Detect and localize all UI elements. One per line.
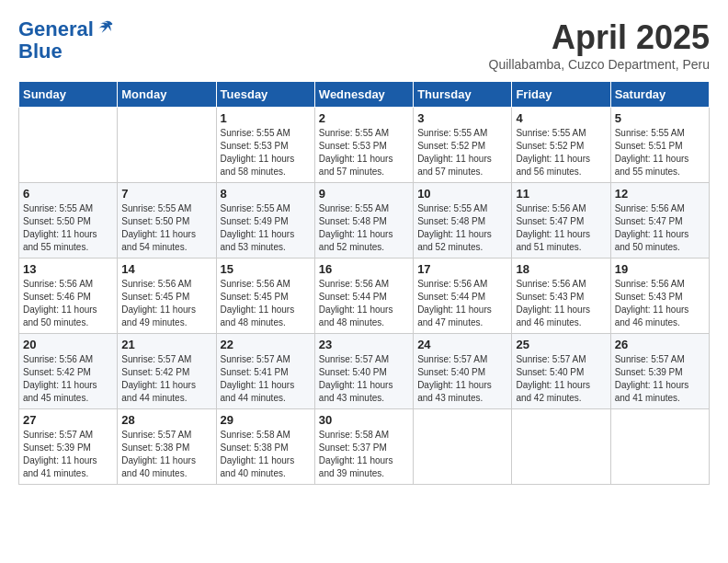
calendar-cell: 8Sunrise: 5:55 AM Sunset: 5:49 PM Daylig…	[216, 183, 314, 259]
day-of-week-header: Wednesday	[314, 82, 413, 108]
logo-general: General	[18, 17, 94, 40]
day-number: 12	[615, 187, 705, 201]
day-info: Sunrise: 5:55 AM Sunset: 5:53 PM Dayligh…	[221, 127, 311, 178]
day-info: Sunrise: 5:56 AM Sunset: 5:47 PM Dayligh…	[516, 202, 606, 254]
day-info: Sunrise: 5:57 AM Sunset: 5:40 PM Dayligh…	[516, 353, 606, 405]
page-header: General Blue April 2025 Quillabamba, Cuz…	[18, 18, 710, 72]
day-number: 6	[23, 187, 113, 201]
day-number: 14	[121, 262, 211, 276]
calendar-cell: 1Sunrise: 5:55 AM Sunset: 5:53 PM Daylig…	[216, 108, 314, 183]
day-number: 19	[615, 262, 705, 276]
calendar-cell: 30Sunrise: 5:58 AM Sunset: 5:37 PM Dayli…	[314, 409, 413, 485]
calendar-cell: 5Sunrise: 5:55 AM Sunset: 5:51 PM Daylig…	[610, 108, 709, 183]
day-info: Sunrise: 5:56 AM Sunset: 5:43 PM Dayligh…	[615, 278, 705, 329]
day-info: Sunrise: 5:56 AM Sunset: 5:46 PM Dayligh…	[23, 278, 113, 329]
day-info: Sunrise: 5:56 AM Sunset: 5:42 PM Dayligh…	[23, 353, 113, 405]
day-info: Sunrise: 5:55 AM Sunset: 5:48 PM Dayligh…	[417, 202, 507, 254]
calendar-cell: 20Sunrise: 5:56 AM Sunset: 5:42 PM Dayli…	[19, 334, 118, 409]
day-number: 8	[221, 187, 311, 201]
day-info: Sunrise: 5:56 AM Sunset: 5:45 PM Dayligh…	[221, 278, 311, 329]
calendar-cell: 27Sunrise: 5:57 AM Sunset: 5:39 PM Dayli…	[19, 409, 118, 485]
calendar-cell: 19Sunrise: 5:56 AM Sunset: 5:43 PM Dayli…	[610, 259, 709, 334]
calendar-cell: 17Sunrise: 5:56 AM Sunset: 5:44 PM Dayli…	[414, 259, 512, 334]
day-info: Sunrise: 5:58 AM Sunset: 5:37 PM Dayligh…	[319, 429, 409, 480]
day-number: 25	[516, 338, 606, 351]
day-number: 22	[221, 338, 311, 351]
day-number: 28	[121, 413, 211, 427]
day-number: 23	[319, 338, 409, 351]
day-number: 4	[516, 111, 606, 125]
calendar-cell: 18Sunrise: 5:56 AM Sunset: 5:43 PM Dayli…	[512, 259, 610, 334]
day-number: 1	[221, 111, 311, 125]
day-info: Sunrise: 5:57 AM Sunset: 5:42 PM Dayligh…	[121, 353, 211, 405]
day-of-week-header: Sunday	[19, 82, 118, 108]
day-info: Sunrise: 5:58 AM Sunset: 5:38 PM Dayligh…	[221, 429, 311, 480]
logo: General Blue	[18, 18, 114, 63]
month-title: April 2025	[489, 18, 710, 57]
day-number: 3	[417, 111, 507, 125]
day-info: Sunrise: 5:56 AM Sunset: 5:45 PM Dayligh…	[121, 278, 211, 329]
day-info: Sunrise: 5:57 AM Sunset: 5:41 PM Dayligh…	[221, 353, 311, 405]
calendar-cell: 3Sunrise: 5:55 AM Sunset: 5:52 PM Daylig…	[414, 108, 512, 183]
calendar-cell: 10Sunrise: 5:55 AM Sunset: 5:48 PM Dayli…	[414, 183, 512, 259]
day-of-week-header: Monday	[118, 82, 216, 108]
day-info: Sunrise: 5:57 AM Sunset: 5:38 PM Dayligh…	[121, 429, 211, 480]
calendar-cell	[610, 409, 709, 485]
calendar-cell	[512, 409, 610, 485]
calendar-cell: 9Sunrise: 5:55 AM Sunset: 5:48 PM Daylig…	[314, 183, 413, 259]
day-number: 20	[23, 338, 113, 351]
calendar-cell	[414, 409, 512, 485]
calendar-cell: 23Sunrise: 5:57 AM Sunset: 5:40 PM Dayli…	[314, 334, 413, 409]
day-info: Sunrise: 5:55 AM Sunset: 5:52 PM Dayligh…	[516, 127, 606, 178]
day-number: 24	[417, 338, 507, 351]
day-number: 15	[221, 262, 311, 276]
day-number: 16	[319, 262, 409, 276]
day-number: 9	[319, 187, 409, 201]
location: Quillabamba, Cuzco Department, Peru	[489, 57, 710, 72]
calendar-cell: 24Sunrise: 5:57 AM Sunset: 5:40 PM Dayli…	[414, 334, 512, 409]
calendar-cell: 7Sunrise: 5:55 AM Sunset: 5:50 PM Daylig…	[118, 183, 216, 259]
day-number: 26	[615, 338, 705, 351]
day-info: Sunrise: 5:55 AM Sunset: 5:50 PM Dayligh…	[121, 202, 211, 254]
day-number: 18	[516, 262, 606, 276]
calendar-cell: 16Sunrise: 5:56 AM Sunset: 5:44 PM Dayli…	[314, 259, 413, 334]
day-info: Sunrise: 5:57 AM Sunset: 5:40 PM Dayligh…	[417, 353, 507, 405]
calendar-cell: 6Sunrise: 5:55 AM Sunset: 5:50 PM Daylig…	[19, 183, 118, 259]
day-number: 21	[121, 338, 211, 351]
day-info: Sunrise: 5:55 AM Sunset: 5:50 PM Dayligh…	[23, 202, 113, 254]
day-of-week-header: Saturday	[610, 82, 709, 108]
day-number: 17	[417, 262, 507, 276]
day-info: Sunrise: 5:55 AM Sunset: 5:48 PM Dayligh…	[319, 202, 409, 254]
day-of-week-header: Friday	[512, 82, 610, 108]
calendar-cell	[118, 108, 216, 183]
day-number: 10	[417, 187, 507, 201]
calendar-cell: 13Sunrise: 5:56 AM Sunset: 5:46 PM Dayli…	[19, 259, 118, 334]
day-info: Sunrise: 5:57 AM Sunset: 5:39 PM Dayligh…	[615, 353, 705, 405]
day-info: Sunrise: 5:56 AM Sunset: 5:43 PM Dayligh…	[516, 278, 606, 329]
calendar-cell: 14Sunrise: 5:56 AM Sunset: 5:45 PM Dayli…	[118, 259, 216, 334]
day-number: 13	[23, 262, 113, 276]
calendar-cell: 11Sunrise: 5:56 AM Sunset: 5:47 PM Dayli…	[512, 183, 610, 259]
calendar-cell: 28Sunrise: 5:57 AM Sunset: 5:38 PM Dayli…	[118, 409, 216, 485]
calendar-cell: 15Sunrise: 5:56 AM Sunset: 5:45 PM Dayli…	[216, 259, 314, 334]
day-info: Sunrise: 5:57 AM Sunset: 5:39 PM Dayligh…	[23, 429, 113, 480]
day-of-week-header: Tuesday	[216, 82, 314, 108]
calendar-cell: 29Sunrise: 5:58 AM Sunset: 5:38 PM Dayli…	[216, 409, 314, 485]
calendar-table: SundayMondayTuesdayWednesdayThursdayFrid…	[18, 81, 710, 485]
calendar-cell: 12Sunrise: 5:56 AM Sunset: 5:47 PM Dayli…	[610, 183, 709, 259]
day-number: 7	[121, 187, 211, 201]
calendar-cell	[19, 108, 118, 183]
day-info: Sunrise: 5:55 AM Sunset: 5:53 PM Dayligh…	[319, 127, 409, 178]
calendar-cell: 22Sunrise: 5:57 AM Sunset: 5:41 PM Dayli…	[216, 334, 314, 409]
day-number: 29	[221, 413, 311, 427]
calendar-cell: 21Sunrise: 5:57 AM Sunset: 5:42 PM Dayli…	[118, 334, 216, 409]
day-number: 11	[516, 187, 606, 201]
day-info: Sunrise: 5:55 AM Sunset: 5:49 PM Dayligh…	[221, 202, 311, 254]
calendar-cell: 2Sunrise: 5:55 AM Sunset: 5:53 PM Daylig…	[314, 108, 413, 183]
day-info: Sunrise: 5:56 AM Sunset: 5:44 PM Dayligh…	[417, 278, 507, 329]
day-info: Sunrise: 5:57 AM Sunset: 5:40 PM Dayligh…	[319, 353, 409, 405]
day-info: Sunrise: 5:55 AM Sunset: 5:52 PM Dayligh…	[417, 127, 507, 178]
day-number: 5	[615, 111, 705, 125]
day-info: Sunrise: 5:55 AM Sunset: 5:51 PM Dayligh…	[615, 127, 705, 178]
day-number: 30	[319, 413, 409, 427]
